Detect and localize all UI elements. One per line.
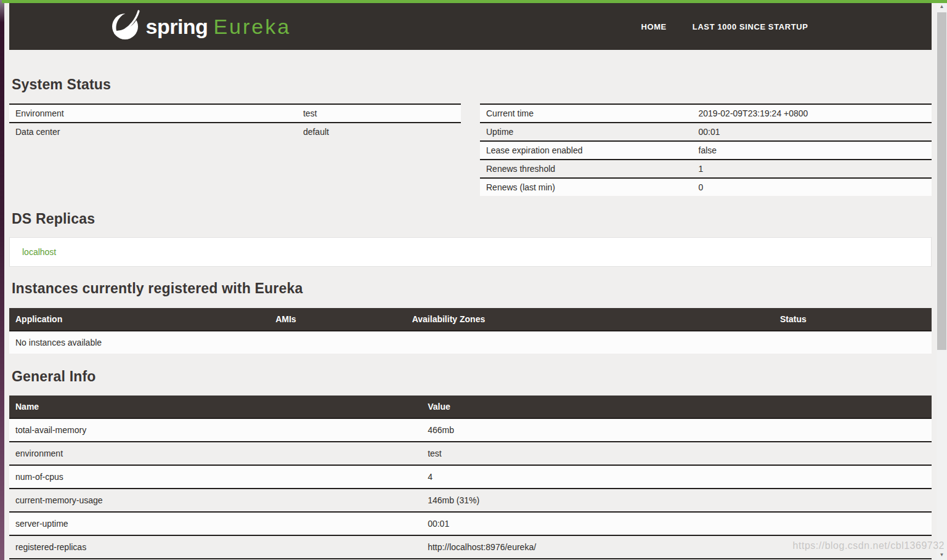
table-row: registered-replicas http://localhost:897…: [9, 535, 932, 559]
section-title-system-status: System Status: [12, 50, 932, 93]
empty-row: No instances available: [9, 331, 932, 354]
row-label: Renews (last min): [480, 178, 693, 196]
general-info-header-row: Name Value: [9, 396, 932, 418]
row-value: 1: [693, 160, 932, 178]
scroll-up-icon[interactable]: ▲: [937, 2, 947, 12]
table-row: Renews (last min) 0: [480, 178, 932, 196]
table-row: Current time 2019-02-09T23:19:24 +0800: [480, 104, 932, 123]
vertical-scrollbar[interactable]: ▲ ▼: [937, 2, 947, 560]
column-header-value: Value: [421, 396, 932, 418]
section-title-ds-replicas: DS Replicas: [12, 196, 932, 227]
table-row: num-of-cpus 4: [9, 465, 932, 489]
row-label: Data center: [9, 123, 297, 140]
nav-link-home[interactable]: HOME: [641, 22, 666, 31]
row-name: total-avail-memory: [9, 418, 421, 442]
brand: spring Eureka: [110, 10, 291, 43]
ds-replicas-box: localhost: [9, 237, 932, 267]
table-row: Uptime 00:01: [480, 123, 932, 141]
instances-header-row: Application AMIs Availability Zones Stat…: [9, 308, 932, 331]
table-row: server-uptime 00:01: [9, 512, 932, 535]
column-header-application: Application: [9, 308, 269, 331]
row-label: Environment: [9, 104, 297, 123]
brand-app-text: Eureka: [213, 15, 291, 39]
row-value: 146mb (31%): [421, 489, 932, 512]
row-value: false: [693, 141, 932, 160]
system-status-tables: Environment test Data center default C: [9, 103, 932, 196]
row-value: 2019-02-09T23:19:24 +0800: [693, 104, 932, 123]
empty-message: No instances available: [9, 331, 932, 354]
row-label: Renews threshold: [480, 160, 693, 178]
row-value: default: [297, 123, 461, 140]
row-value: 466mb: [421, 418, 932, 442]
table-row: environment test: [9, 442, 932, 465]
row-value: 00:01: [693, 123, 932, 141]
navbar: spring Eureka HOME LAST 1000 SINCE START…: [9, 3, 932, 50]
general-info-table: Name Value total-avail-memory 466mb envi…: [9, 396, 932, 560]
column-header-status: Status: [774, 308, 932, 331]
environment-table-wrap: Environment test Data center default: [9, 103, 461, 140]
navbar-inner: spring Eureka HOME LAST 1000 SINCE START…: [110, 3, 831, 50]
instances-table: Application AMIs Availability Zones Stat…: [9, 308, 932, 354]
table-row: Lease expiration enabled false: [480, 141, 932, 160]
row-label: Current time: [480, 104, 693, 123]
green-accent-stripe: [2, 0, 947, 3]
row-label: Uptime: [480, 123, 693, 141]
left-edge-strip: [0, 0, 4, 560]
row-value: test: [297, 104, 461, 123]
replica-link-localhost[interactable]: localhost: [22, 247, 56, 257]
main: System Status Environment test Data cent…: [9, 50, 932, 560]
table-row: Data center default: [9, 123, 461, 140]
row-value: 0: [693, 178, 932, 196]
column-header-amis: AMIs: [269, 308, 406, 331]
row-name: environment: [9, 442, 421, 465]
column-header-availability-zones: Availability Zones: [406, 308, 774, 331]
row-name: server-uptime: [9, 512, 421, 535]
navbar-links: HOME LAST 1000 SINCE STARTUP: [641, 22, 808, 31]
status-table-wrap: Current time 2019-02-09T23:19:24 +0800 U…: [480, 103, 932, 196]
table-row: Renews threshold 1: [480, 160, 932, 178]
scroll-down-icon[interactable]: ▼: [937, 550, 947, 560]
row-name: current-memory-usage: [9, 489, 421, 512]
scrollbar-thumb[interactable]: [937, 12, 946, 350]
table-row: current-memory-usage 146mb (31%): [9, 489, 932, 512]
nav-link-last-1000[interactable]: LAST 1000 SINCE STARTUP: [693, 22, 808, 31]
table-row: total-avail-memory 466mb: [9, 418, 932, 442]
table-row: Environment test: [9, 104, 461, 123]
row-name: num-of-cpus: [9, 465, 421, 489]
row-value: test: [421, 442, 932, 465]
section-title-instances: Instances currently registered with Eure…: [12, 267, 932, 297]
row-value: http://localhost:8976/eureka/: [421, 535, 932, 559]
row-name: registered-replicas: [9, 535, 421, 559]
column-header-name: Name: [9, 396, 421, 418]
page-content: spring Eureka HOME LAST 1000 SINCE START…: [4, 0, 937, 560]
row-value: 4: [421, 465, 932, 489]
status-table: Current time 2019-02-09T23:19:24 +0800 U…: [480, 103, 932, 196]
row-label: Lease expiration enabled: [480, 141, 693, 160]
environment-table: Environment test Data center default: [9, 103, 461, 140]
section-title-general-info: General Info: [12, 354, 932, 385]
spring-leaf-icon: [110, 10, 141, 43]
brand-spring-text: spring: [146, 15, 208, 39]
row-value: 00:01: [421, 512, 932, 535]
